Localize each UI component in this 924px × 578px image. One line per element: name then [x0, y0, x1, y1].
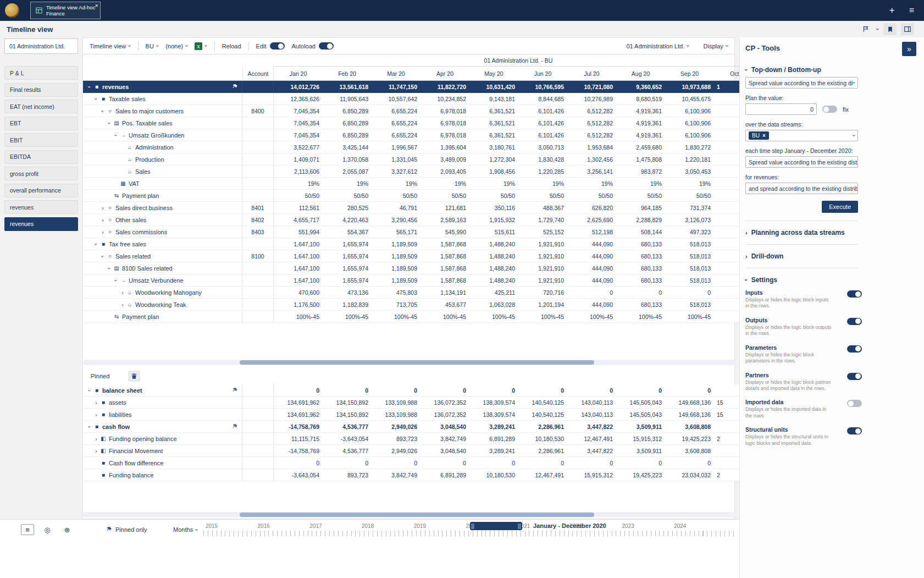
- setting-toggle[interactable]: [847, 373, 862, 380]
- value-cell[interactable]: 1,729,740: [518, 214, 567, 225]
- table-row[interactable]: ›■Tax free sales1,647,1001,655,9741,189,…: [83, 238, 763, 250]
- value-cell[interactable]: 138,309,574: [469, 409, 518, 420]
- value-cell[interactable]: 0: [469, 457, 518, 469]
- value-cell[interactable]: 0: [274, 384, 323, 396]
- month-column-header[interactable]: Sep 20: [665, 67, 714, 80]
- value-cell[interactable]: 136,072,352: [420, 409, 469, 420]
- value-cell[interactable]: 134,691,962: [274, 409, 323, 420]
- value-cell[interactable]: 100%-45: [469, 311, 518, 322]
- expand-chevron-icon[interactable]: ›: [93, 411, 99, 418]
- value-cell[interactable]: 11,905,643: [323, 93, 372, 104]
- globe-icon[interactable]: ⊕: [60, 524, 74, 535]
- setting-toggle[interactable]: [847, 318, 862, 325]
- value-cell[interactable]: -14,758,769: [274, 445, 323, 456]
- value-cell[interactable]: 444,090: [567, 262, 616, 274]
- table-row[interactable]: ›◧Financial Movement-14,758,7694,536,777…: [83, 445, 763, 457]
- value-cell[interactable]: 1,830,428: [518, 153, 567, 165]
- value-cell[interactable]: 13,561,618: [323, 81, 372, 92]
- value-cell[interactable]: 138,309,574: [469, 397, 518, 408]
- table-row[interactable]: ■Cash flow difference000000000: [83, 457, 763, 469]
- value-cell[interactable]: 50/50: [518, 190, 567, 201]
- value-cell[interactable]: 6,101,426: [518, 129, 567, 141]
- value-cell[interactable]: 0: [372, 457, 420, 469]
- plan-value-input[interactable]: 0: [745, 103, 817, 115]
- none-dropdown[interactable]: (none)›: [165, 43, 187, 49]
- value-cell[interactable]: 9,360,652: [616, 81, 665, 92]
- scrollbar-thumb[interactable]: [240, 360, 594, 365]
- value-cell[interactable]: 134,150,892: [323, 409, 372, 420]
- value-cell[interactable]: 473,136: [323, 287, 372, 298]
- value-cell[interactable]: 6,850,289: [323, 117, 372, 129]
- table-row[interactable]: ›→Umsatz Großkunden7,045,3546,850,2896,6…: [83, 129, 763, 141]
- value-cell[interactable]: 444,090: [567, 274, 616, 286]
- value-cell[interactable]: 1,830,272: [665, 141, 714, 153]
- expand-chevron-icon[interactable]: ›: [99, 217, 106, 223]
- value-cell[interactable]: 1,996,567: [372, 141, 420, 153]
- value-cell[interactable]: 10,557,642: [372, 93, 420, 104]
- bu-chip[interactable]: BU×: [749, 131, 769, 140]
- flag-icon[interactable]: [859, 23, 872, 35]
- bu-dropdown[interactable]: BU›: [146, 43, 159, 49]
- timestep-input[interactable]: Spread value according to the existing d…: [745, 156, 858, 168]
- value-cell[interactable]: 680,133: [616, 299, 665, 310]
- value-cell[interactable]: 6,891,289: [420, 469, 469, 481]
- pin-icon[interactable]: [231, 84, 238, 90]
- value-cell[interactable]: 3,509,911: [616, 421, 665, 432]
- value-cell[interactable]: 6,512,282: [567, 105, 616, 117]
- value-cell[interactable]: 3,425,144: [323, 141, 372, 153]
- for-revenues-input[interactable]: and spread according to the existing dis…: [745, 183, 858, 194]
- value-cell[interactable]: 453,677: [420, 299, 469, 310]
- pinned-only-button[interactable]: Pinned only: [106, 524, 147, 535]
- month-column-header[interactable]: Jun 20: [518, 67, 567, 80]
- section-drilldown-header[interactable]: › Drill-down: [745, 252, 924, 260]
- value-cell[interactable]: 4,655,717: [274, 214, 323, 225]
- month-column-header[interactable]: Aug 20: [616, 67, 665, 80]
- value-cell[interactable]: 6,655,224: [372, 105, 420, 117]
- value-cell[interactable]: 19%: [469, 178, 518, 189]
- value-cell[interactable]: 1,182,839: [323, 299, 372, 310]
- value-cell[interactable]: 1,921,910: [518, 274, 567, 286]
- month-column-header[interactable]: Jul 20: [567, 67, 616, 80]
- value-cell[interactable]: 149,668,136: [665, 397, 714, 408]
- value-cell[interactable]: 515,611: [469, 226, 518, 238]
- value-cell[interactable]: 50/50: [420, 190, 469, 201]
- value-cell[interactable]: 554,367: [323, 226, 372, 238]
- value-cell[interactable]: 512,198: [567, 226, 616, 238]
- value-cell[interactable]: 1,655,974: [323, 250, 372, 262]
- value-cell[interactable]: 134,691,962: [274, 397, 323, 408]
- value-cell[interactable]: 0: [323, 457, 372, 469]
- month-column-header[interactable]: Jan 20: [274, 67, 323, 80]
- value-cell[interactable]: 1,953,684: [567, 141, 616, 153]
- value-cell[interactable]: 350,116: [469, 202, 518, 213]
- value-cell[interactable]: 6,978,018: [420, 129, 469, 141]
- table-row[interactable]: ›○Other sales84024,655,7174,220,4633,290…: [83, 214, 763, 226]
- value-cell[interactable]: 0: [518, 457, 567, 469]
- value-cell[interactable]: 7,045,354: [274, 105, 323, 117]
- value-cell[interactable]: 6,850,289: [323, 129, 372, 141]
- value-cell[interactable]: 565,171: [372, 226, 420, 238]
- value-cell[interactable]: 19,425,223: [665, 433, 714, 444]
- value-cell[interactable]: 1,647,100: [274, 262, 323, 274]
- table-row[interactable]: ▦VAT19%19%19%19%19%19%19%19%19%: [83, 178, 763, 190]
- delete-pinned-button[interactable]: [128, 371, 140, 382]
- value-cell[interactable]: 145,505,043: [616, 409, 665, 420]
- side-panel-icon[interactable]: [901, 23, 914, 35]
- value-cell[interactable]: 3,256,141: [567, 166, 616, 177]
- value-cell[interactable]: 280,525: [323, 202, 372, 213]
- value-cell[interactable]: 2,625,690: [567, 214, 616, 225]
- setting-toggle[interactable]: [847, 400, 862, 407]
- value-cell[interactable]: 1,189,509: [372, 238, 420, 250]
- value-cell[interactable]: 3,289,241: [469, 445, 518, 456]
- value-cell[interactable]: 0: [274, 457, 323, 469]
- table-row[interactable]: ›○Sales direct business8401112,561280,52…: [83, 202, 763, 214]
- value-cell[interactable]: 100%-45: [323, 311, 372, 322]
- value-cell[interactable]: 100%-45: [420, 311, 469, 322]
- collapse-panel-button[interactable]: »: [902, 42, 916, 56]
- value-cell[interactable]: 3,842,749: [420, 433, 469, 444]
- value-cell[interactable]: 680,133: [616, 238, 665, 250]
- value-cell[interactable]: 626,820: [567, 202, 616, 213]
- collapse-chevron-icon[interactable]: ›: [99, 253, 106, 260]
- value-cell[interactable]: 893,723: [323, 469, 372, 481]
- table-row[interactable]: ⌂Production1,409,0711,370,0581,331,0453,…: [83, 153, 763, 166]
- table-row[interactable]: ⇆Payment plan50/5050/5050/5050/5050/5050…: [83, 190, 763, 202]
